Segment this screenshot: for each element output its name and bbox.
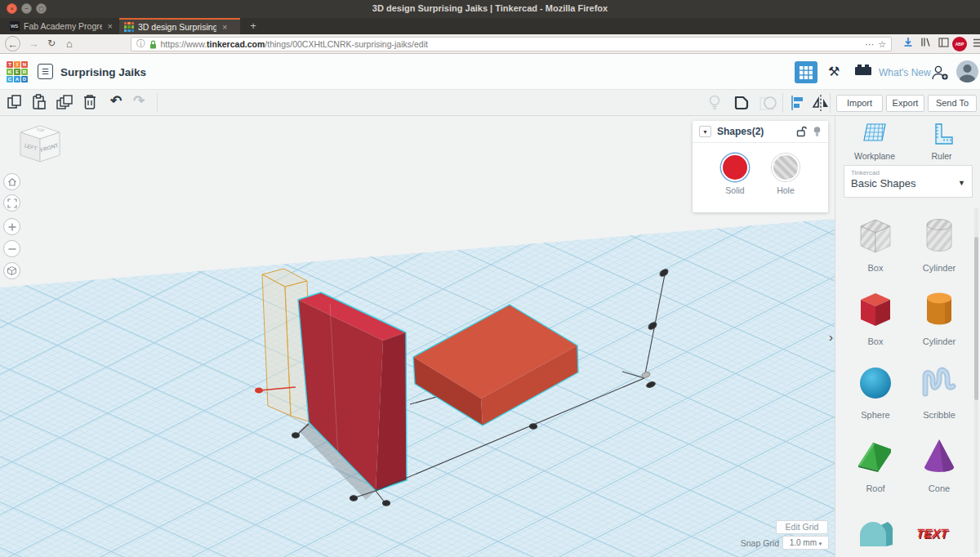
tab-close-icon[interactable]: ×	[108, 21, 113, 31]
redo-icon[interactable]: ↷	[133, 92, 151, 110]
hole-box-icon	[853, 214, 898, 258]
invite-person-icon[interactable]	[931, 65, 949, 84]
tab-fab-academy[interactable]: Fab Academy Progress D ×	[5, 18, 118, 34]
home-icon[interactable]: ⌂	[62, 36, 77, 51]
reload-icon[interactable]: ↻	[44, 36, 59, 51]
edit-toolbar: ↶ ↷ Import Export Send To	[0, 90, 980, 116]
fit-view-button[interactable]	[3, 194, 20, 212]
grid-icon	[800, 66, 813, 79]
shape-tile-round-roof[interactable]	[846, 510, 905, 557]
tab-title: 3D design Surprising Jai	[138, 22, 216, 32]
paste-icon[interactable]	[31, 94, 49, 112]
shape-tile-scribble[interactable]: Scribble	[910, 361, 969, 420]
cylinder-icon	[917, 287, 961, 332]
forward-icon[interactable]: →	[26, 36, 41, 51]
design-title[interactable]: Surprising Jaiks	[60, 66, 146, 78]
hole-cylinder-icon	[917, 214, 961, 258]
duplicate-icon[interactable]	[56, 94, 74, 112]
snap-grid-label: Snap Grid	[719, 538, 779, 548]
shape-tile-roof[interactable]: Roof	[846, 434, 905, 493]
import-button[interactable]: Import	[836, 95, 883, 112]
sphere-icon	[853, 361, 898, 405]
workspace: TOP LEFT FRONT ▼ Shapes(2) S	[0, 116, 980, 557]
avatar[interactable]	[956, 60, 978, 82]
menu-hamburger-icon[interactable]	[970, 37, 980, 51]
back-icon[interactable]: ←	[5, 36, 20, 51]
shape-tile-box[interactable]: Box	[846, 287, 905, 346]
window-title: 3D design Surprising Jaiks | Tinkercad -…	[0, 3, 980, 13]
view-cube[interactable]: TOP LEFT FRONT	[5, 121, 70, 172]
solid-label: Solid	[710, 185, 760, 195]
workplane-tool[interactable]: Workplane	[842, 123, 907, 161]
undo-icon[interactable]: ↶	[110, 92, 128, 110]
copy-icon[interactable]	[7, 94, 24, 112]
tab-tinkercad-active[interactable]: 3D design Surprising Jai ×	[119, 18, 240, 34]
window-titlebar: × − ▢ 3D design Surprising Jaiks | Tinke…	[0, 0, 980, 18]
sidebar-scrollbar[interactable]	[974, 207, 978, 554]
shapes-sidebar: › Workplane Ruler Tinkercad Basic Shapes…	[835, 116, 980, 557]
scrollbar-thumb[interactable]	[974, 237, 978, 400]
ruler-icon	[929, 123, 954, 145]
bookmark-star-icon[interactable]: ☆	[878, 39, 886, 50]
shape-library-select[interactable]: Tinkercad Basic Shapes ▼	[844, 165, 973, 198]
new-tab-button[interactable]: +	[245, 19, 261, 33]
hole-mode-icon[interactable]	[760, 94, 777, 112]
export-button[interactable]: Export	[886, 95, 924, 112]
brick-icon[interactable]	[854, 64, 872, 79]
whats-new-link[interactable]: What's New	[879, 67, 931, 78]
shape-tile-hole-box[interactable]: Box	[846, 214, 905, 273]
home-view-button[interactable]	[3, 173, 20, 190]
page-actions-icon[interactable]: ⋯	[865, 39, 874, 50]
edit-grid-button[interactable]: Edit Grid	[776, 520, 828, 534]
ruler-tool-button[interactable]: Ruler	[909, 123, 974, 161]
tinkercad-favicon	[124, 22, 134, 32]
panel-collapse-caret-icon[interactable]: ▼	[699, 126, 711, 137]
download-icon[interactable]	[901, 37, 915, 51]
mirror-flip-icon[interactable]	[811, 94, 829, 112]
align-icon[interactable]	[789, 94, 807, 112]
library-brand: Tinkercad	[851, 169, 965, 176]
round-roof-icon	[853, 510, 898, 555]
tinkercad-header: TIN KER CAD ☰ Surprising Jaiks ⚒ What's …	[0, 54, 980, 90]
fab-academy-favicon	[10, 21, 20, 31]
box-icon	[853, 287, 898, 332]
blocks-view-button[interactable]	[795, 61, 817, 83]
tab-close-icon[interactable]: ×	[222, 22, 227, 32]
site-info-icon[interactable]: ⓘ	[136, 38, 145, 50]
browser-tabbar: Fab Academy Progress D × 3D design Surpr…	[0, 18, 980, 34]
sidebar-collapse-chevron-icon[interactable]: ›	[826, 325, 835, 350]
delete-trash-icon[interactable]	[82, 94, 100, 112]
unlock-icon[interactable]	[796, 126, 807, 137]
perspective-toggle-button[interactable]	[3, 262, 20, 279]
shape-tile-cone[interactable]: Cone	[910, 434, 969, 493]
solid-swatch[interactable]: Solid	[710, 154, 760, 195]
shape-tile-sphere[interactable]: Sphere	[846, 361, 905, 420]
tab-title: Fab Academy Progress D	[24, 21, 102, 31]
shape-tile-text[interactable]: TEXT TEXT	[910, 510, 969, 557]
hole-label: Hole	[761, 185, 810, 195]
text-shape-icon: TEXT TEXT	[917, 510, 961, 555]
solid-mode-icon[interactable]	[733, 94, 751, 112]
show-all-lightbulb-icon[interactable]	[707, 94, 725, 112]
sidebar-toggle-icon[interactable]	[936, 37, 951, 51]
library-icon[interactable]	[918, 37, 933, 51]
snap-grid-select[interactable]: 1.0 mm ▾	[782, 536, 829, 550]
roof-icon	[853, 434, 898, 479]
tinkercad-logo[interactable]: TIN KER CAD	[7, 61, 28, 82]
workplane-grid[interactable]	[0, 219, 835, 557]
url-bar[interactable]: ⓘ https://www.tinkercad.com/things/00CXH…	[131, 37, 892, 51]
zoom-in-button[interactable]	[3, 218, 20, 235]
design-properties-icon[interactable]: ☰	[38, 64, 53, 79]
padlock-icon	[149, 40, 157, 49]
library-name: Basic Shapes	[851, 177, 965, 189]
svg-text:TEXT: TEXT	[917, 527, 950, 541]
hole-swatch[interactable]: Hole	[761, 154, 810, 195]
shape-tile-hole-cylinder[interactable]: Cylinder	[910, 214, 969, 273]
lightbulb-icon[interactable]	[813, 126, 822, 138]
shape-tile-cylinder[interactable]: Cylinder	[910, 287, 969, 346]
zoom-out-button[interactable]	[3, 240, 20, 257]
workplane-icon	[861, 123, 889, 145]
minecraft-pickaxe-icon[interactable]: ⚒	[828, 64, 840, 79]
adblock-icon[interactable]: ABP	[952, 37, 967, 51]
send-to-button[interactable]: Send To	[928, 95, 977, 112]
